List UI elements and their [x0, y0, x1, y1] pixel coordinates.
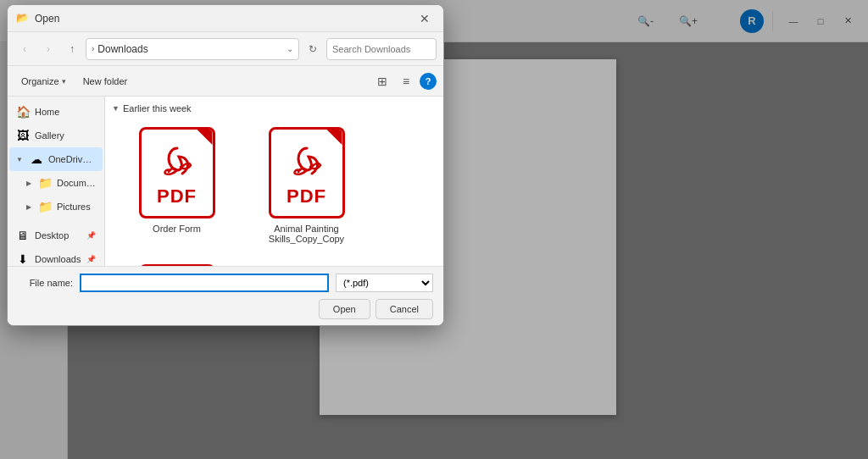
dialog-content: 🏠 Home 🖼 Gallery ▼ ☁ OneDrive - Pers ▶ 📁…: [8, 97, 443, 266]
dialog-nav-bar: ‹ › ↑ › Downloads ⌄ ↻ 🔍: [8, 32, 443, 66]
dialog-titlebar: 📂 Open ✕: [8, 5, 443, 32]
partial-files-row: [112, 257, 437, 266]
dialog-toolbar: Organize ▾ New folder ⊞ ≡ ?: [8, 66, 443, 97]
sidebar-item-downloads[interactable]: ⬇ Downloads 📌: [9, 247, 103, 266]
sidebar-downloads-label: Downloads: [35, 254, 81, 264]
files-section-header: ▼ Earlier this week: [112, 103, 437, 113]
downloads-icon: ⬇: [16, 252, 30, 266]
filename-input[interactable]: [80, 274, 329, 292]
sidebar-item-pictures-sub[interactable]: ▶ 📁 Pictures: [9, 195, 103, 218]
sidebar-desktop-label: Desktop: [35, 230, 69, 241]
view-icon-button1[interactable]: ⊞: [372, 71, 392, 91]
sidebar-item-desktop[interactable]: 🖥 Desktop 📌: [9, 224, 103, 247]
pin-desktop-icon: 📌: [86, 231, 96, 240]
expand-icon: ▼: [16, 156, 23, 163]
files-grid: PDF Order Form PDF: [112, 120, 437, 251]
sidebar-gallery-label: Gallery: [35, 130, 64, 141]
new-folder-label: New folder: [83, 76, 128, 86]
sidebar-docs-sub-label: Documents: [57, 178, 96, 188]
acrobat-icon-2: [286, 139, 328, 185]
refresh-button[interactable]: ↻: [303, 39, 323, 59]
current-location: Downloads: [97, 43, 283, 55]
file-item-animal-painting[interactable]: PDF Animal Painting Skills_Copy_Copy: [245, 120, 368, 251]
help-button[interactable]: ?: [420, 73, 437, 90]
sidebar-onedrive-label: OneDrive - Pers: [48, 154, 96, 164]
files-area: ▼ Earlier this week: [105, 97, 443, 266]
desktop-icon: 🖥: [16, 229, 30, 242]
sidebar-item-documents-sub[interactable]: ▶ 📁 Documents: [9, 171, 103, 195]
onedrive-icon: ☁: [30, 152, 43, 166]
section-label: Earlier this week: [123, 103, 192, 113]
dropdown-arrow-icon: ⌄: [287, 44, 293, 53]
filename-label: File name:: [18, 278, 73, 288]
file-name-2: Animal Painting Skills_Copy_Copy: [252, 224, 362, 244]
pdf-icon-body-2: PDF: [269, 127, 345, 218]
gallery-icon: 🖼: [16, 129, 30, 142]
sidebar-item-gallery[interactable]: 🖼 Gallery: [9, 124, 103, 147]
sidebar-item-onedrive[interactable]: ▼ ☁ OneDrive - Pers: [9, 147, 103, 171]
pdf-icon-body-1: PDF: [139, 127, 215, 218]
sidebar-home-label: Home: [35, 107, 59, 117]
dialog-actions: Open Cancel: [18, 299, 433, 319]
open-button[interactable]: Open: [319, 299, 370, 319]
organize-label: Organize: [21, 76, 59, 86]
file-name-1: Order Form: [153, 224, 201, 234]
cancel-button[interactable]: Cancel: [376, 299, 433, 319]
sidebar-pics-sub-label: Pictures: [57, 202, 91, 212]
filetype-select[interactable]: (*.pdf): [336, 274, 433, 292]
dialog-close-button[interactable]: ✕: [415, 8, 435, 29]
open-file-dialog: 📂 Open ✕ ‹ › ↑ › Downloads ⌄ ↻ 🔍 Organiz…: [7, 4, 444, 326]
view-icon-button2[interactable]: ≡: [396, 71, 416, 91]
section-collapse-icon[interactable]: ▼: [112, 104, 120, 113]
search-input[interactable]: [332, 44, 444, 54]
sidebar-item-home[interactable]: 🏠 Home: [9, 100, 103, 124]
pdf-label-2: PDF: [287, 185, 326, 207]
file-item-order-form[interactable]: PDF Order Form: [115, 120, 238, 251]
file-item-partial[interactable]: [115, 257, 238, 266]
home-icon: 🏠: [16, 105, 30, 119]
new-folder-button[interactable]: New folder: [76, 71, 135, 91]
up-button[interactable]: ↑: [62, 39, 82, 59]
expand-pics-icon: ▶: [26, 203, 31, 211]
organize-dropdown-icon: ▾: [62, 77, 66, 86]
filename-row: File name: (*.pdf): [18, 274, 433, 292]
dialog-title: Open: [35, 13, 59, 25]
forward-button[interactable]: ›: [38, 39, 58, 59]
expand-sub-icon: ▶: [26, 180, 31, 187]
sidebar: 🏠 Home 🖼 Gallery ▼ ☁ OneDrive - Pers ▶ 📁…: [8, 97, 105, 266]
pics-sub-icon: 📁: [38, 200, 52, 213]
search-box[interactable]: 🔍: [326, 38, 437, 60]
pdf-icon-partial: [139, 264, 215, 266]
back-button[interactable]: ‹: [14, 39, 35, 59]
docs-sub-icon: 📁: [38, 176, 52, 190]
pin-downloads-icon: 📌: [86, 255, 96, 263]
acrobat-icon-1: [156, 139, 198, 185]
dialog-folder-icon: 📂: [16, 12, 30, 25]
address-bar[interactable]: › Downloads ⌄: [86, 38, 299, 60]
pdf-label-1: PDF: [157, 185, 197, 207]
dialog-bottom-bar: File name: (*.pdf) Open Cancel: [8, 266, 443, 325]
nav-arrow-icon: ›: [92, 44, 94, 53]
organize-button[interactable]: Organize ▾: [14, 71, 73, 91]
